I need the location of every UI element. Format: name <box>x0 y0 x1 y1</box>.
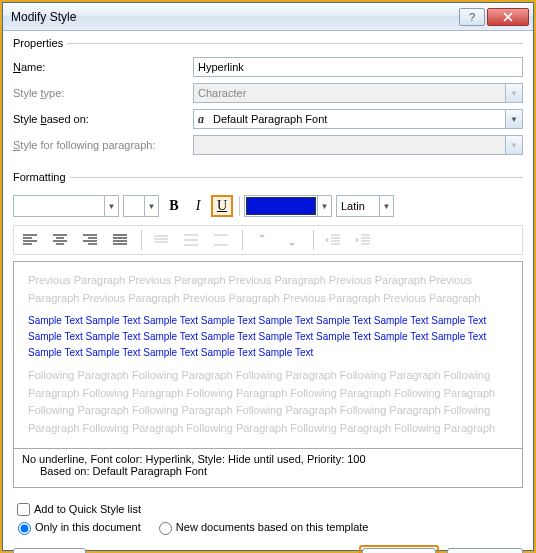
formatting-group: Formatting ▼ ▼ B I U ▼ Latin▼ <box>13 171 523 492</box>
align-center-button[interactable] <box>47 229 73 251</box>
align-left-button[interactable] <box>17 229 43 251</box>
preview-box: Previous Paragraph Previous Paragraph Pr… <box>13 261 523 449</box>
name-label: Name: <box>13 61 193 73</box>
indent-inc-button <box>350 229 376 251</box>
based-on-label: Style based on: <box>13 113 193 125</box>
only-document-radio[interactable]: Only in this document <box>13 519 141 535</box>
style-type-label: Style type: <box>13 87 193 99</box>
underline-button[interactable]: U <box>211 195 233 217</box>
font-size-combo[interactable]: ▼ <box>123 195 159 217</box>
close-button[interactable] <box>487 8 529 26</box>
description-box: No underline, Font color: Hyperlink, Sty… <box>13 449 523 488</box>
options-area: Add to Quick Style list Only in this doc… <box>13 500 523 537</box>
description-line2: Based on: Default Paragraph Font <box>22 465 514 477</box>
format-button[interactable]: Format <box>13 548 86 553</box>
indent-dec-button <box>320 229 346 251</box>
italic-button[interactable]: I <box>187 195 209 217</box>
quick-style-checkbox[interactable]: Add to Quick Style list <box>13 500 141 519</box>
button-row: Format OK Cancel <box>13 545 523 553</box>
spacing-1-button <box>148 229 174 251</box>
dialog-title: Modify Style <box>11 10 457 24</box>
following-label: Style for following paragraph: <box>13 139 193 151</box>
paragraph-toolbar <box>13 225 523 255</box>
preview-next: Following Paragraph Following Paragraph … <box>28 367 508 437</box>
font-color-combo[interactable]: ▼ <box>244 195 332 217</box>
chevron-down-icon[interactable]: ▼ <box>379 196 393 216</box>
preview-sample: Sample Text Sample Text Sample Text Samp… <box>28 313 508 361</box>
script-combo[interactable]: Latin▼ <box>336 195 394 217</box>
chevron-down-icon: ▼ <box>505 136 522 154</box>
titlebar: Modify Style ? <box>3 3 533 31</box>
modify-style-dialog: Modify Style ? Properties Name: Style ty… <box>2 2 534 551</box>
help-button[interactable]: ? <box>459 8 485 26</box>
following-combo: ▼ <box>193 135 523 155</box>
chevron-down-icon[interactable]: ▼ <box>104 196 118 216</box>
name-input[interactable] <box>193 57 523 77</box>
bold-button[interactable]: B <box>163 195 185 217</box>
align-justify-button[interactable] <box>107 229 133 251</box>
formatting-legend: Formatting <box>13 171 70 183</box>
font-family-combo[interactable]: ▼ <box>13 195 119 217</box>
close-icon <box>503 12 513 22</box>
space-before-inc-button <box>249 229 275 251</box>
color-swatch <box>246 197 316 215</box>
style-type-combo: Character ▼ <box>193 83 523 103</box>
properties-group: Properties Name: Style type: Character ▼… <box>13 37 523 165</box>
preview-prev: Previous Paragraph Previous Paragraph Pr… <box>28 272 508 307</box>
properties-legend: Properties <box>13 37 67 49</box>
spacing-2-button <box>208 229 234 251</box>
chevron-down-icon: ▼ <box>505 84 522 102</box>
chevron-down-icon[interactable]: ▼ <box>317 196 331 216</box>
formatting-toolbar: ▼ ▼ B I U ▼ Latin▼ <box>13 195 523 217</box>
align-right-button[interactable] <box>77 229 103 251</box>
space-before-dec-button <box>279 229 305 251</box>
ok-button[interactable]: OK <box>362 548 436 553</box>
chevron-down-icon[interactable]: ▼ <box>144 196 158 216</box>
based-on-combo[interactable]: aDefault Paragraph Font ▼ <box>193 109 523 129</box>
description-line1: No underline, Font color: Hyperlink, Sty… <box>22 453 514 465</box>
cancel-button[interactable]: Cancel <box>447 548 523 553</box>
spacing-15-button <box>178 229 204 251</box>
chevron-down-icon[interactable]: ▼ <box>505 110 522 128</box>
template-radio[interactable]: New documents based on this template <box>154 519 369 535</box>
ok-highlight: OK <box>359 545 439 553</box>
